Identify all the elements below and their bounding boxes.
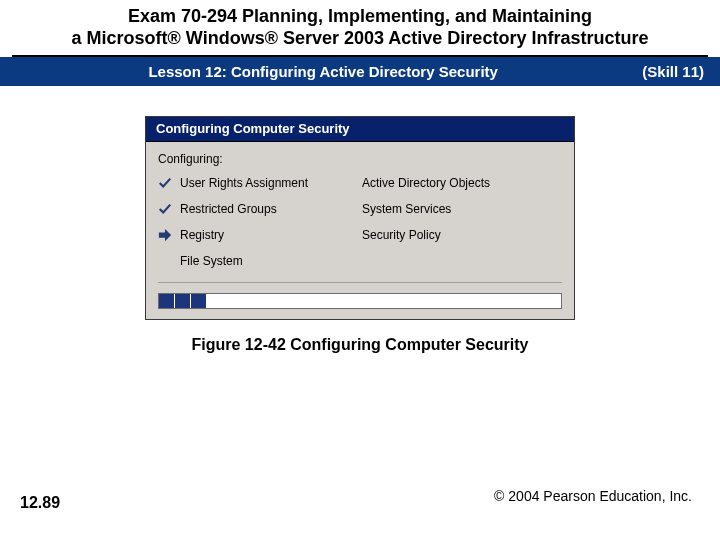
lesson-bar: Lesson 12: Configuring Active Directory …	[0, 57, 720, 86]
blank-icon	[158, 254, 172, 268]
blank-icon	[340, 228, 354, 242]
title-block: Exam 70-294 Planning, Implementing, and …	[0, 0, 720, 53]
wizard-window: Configuring Computer Security Configurin…	[145, 116, 575, 320]
item-label: File System	[180, 254, 340, 268]
slide: Exam 70-294 Planning, Implementing, and …	[0, 0, 720, 540]
configuring-label: Configuring:	[158, 152, 562, 166]
blank-icon	[340, 202, 354, 216]
progress-segment	[191, 294, 207, 308]
wizard-title: Configuring Computer Security	[146, 117, 574, 142]
check-icon	[158, 202, 172, 216]
copyright: © 2004 Pearson Education, Inc.	[494, 488, 692, 504]
wizard-body: Configuring: User Rights Assignment Acti…	[146, 142, 574, 293]
divider	[158, 282, 562, 283]
blank-icon	[340, 176, 354, 190]
blank-icon	[340, 254, 354, 268]
figure-wrap: Configuring Computer Security Configurin…	[0, 116, 720, 320]
item-label: Security Policy	[362, 228, 522, 242]
skill-label: (Skill 11)	[630, 63, 704, 80]
items-grid: User Rights Assignment Active Directory …	[158, 176, 562, 268]
check-icon	[158, 176, 172, 190]
arrow-right-icon	[158, 228, 172, 242]
progress-row	[146, 293, 574, 319]
page-number: 12.89	[20, 494, 60, 512]
figure-caption: Figure 12-42 Configuring Computer Securi…	[0, 336, 720, 354]
title-line-2: a Microsoft® Windows® Server 2003 Active…	[20, 28, 700, 50]
item-label: User Rights Assignment	[180, 176, 340, 190]
item-label: Registry	[180, 228, 340, 242]
progress-bar	[158, 293, 562, 309]
title-line-1: Exam 70-294 Planning, Implementing, and …	[20, 6, 700, 28]
progress-segment	[175, 294, 191, 308]
lesson-title: Lesson 12: Configuring Active Directory …	[16, 63, 630, 80]
progress-segment	[159, 294, 175, 308]
item-label: Restricted Groups	[180, 202, 340, 216]
item-label: Active Directory Objects	[362, 176, 522, 190]
item-label: System Services	[362, 202, 522, 216]
